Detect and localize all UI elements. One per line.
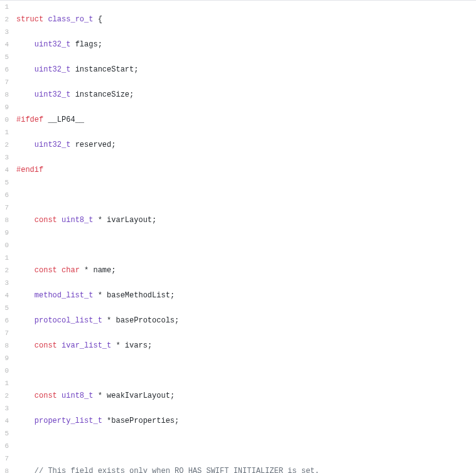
code-line[interactable] bbox=[16, 440, 476, 452]
code-line[interactable]: uint32_t instanceStart; bbox=[16, 63, 476, 76]
code-line[interactable]: #ifdef __LP64__ bbox=[16, 114, 476, 126]
line-number: 9 bbox=[0, 352, 9, 364]
line-number: 0 bbox=[0, 364, 9, 377]
line-number: 2 bbox=[0, 139, 9, 151]
code-line[interactable]: const uint8_t * ivarLayout; bbox=[16, 214, 476, 226]
line-number: 2 bbox=[0, 390, 9, 402]
code-line[interactable]: struct class_ro_t { bbox=[16, 13, 476, 26]
code-line[interactable]: const uint8_t * weakIvarLayout; bbox=[16, 390, 476, 402]
code-line[interactable]: uint32_t instanceSize; bbox=[16, 88, 476, 101]
line-number: 0 bbox=[0, 239, 9, 252]
line-number: 4 bbox=[0, 289, 9, 302]
line-number-gutter: 1 2 3 4 5 6 7 8 9 0 1 2 3 4 5 6 7 8 9 0 … bbox=[0, 1, 11, 473]
code-line[interactable]: method_list_t * baseMethodList; bbox=[16, 289, 476, 302]
code-line[interactable] bbox=[16, 239, 476, 252]
code-editor[interactable]: 1 2 3 4 5 6 7 8 9 0 1 2 3 4 5 6 7 8 9 0 … bbox=[0, 0, 476, 473]
line-number: 1 bbox=[0, 126, 9, 139]
code-line[interactable]: const ivar_list_t * ivars; bbox=[16, 339, 476, 352]
line-number: 6 bbox=[0, 314, 9, 327]
line-number: 2 bbox=[0, 13, 9, 26]
line-number: 4 bbox=[0, 38, 9, 51]
code-line[interactable]: #endif bbox=[16, 164, 476, 176]
line-number: 5 bbox=[0, 176, 9, 189]
code-line[interactable]: property_list_t *baseProperties; bbox=[16, 415, 476, 427]
line-number: 3 bbox=[0, 277, 9, 289]
line-number: 5 bbox=[0, 51, 9, 63]
line-number: 9 bbox=[0, 226, 9, 239]
line-number: 8 bbox=[0, 88, 9, 101]
code-line[interactable]: uint32_t flags; bbox=[16, 38, 476, 51]
line-number: 3 bbox=[0, 151, 9, 164]
line-number: 3 bbox=[0, 402, 9, 415]
line-number: 1 bbox=[0, 252, 9, 264]
line-number: 7 bbox=[0, 201, 9, 214]
code-line[interactable] bbox=[16, 189, 476, 201]
line-number: 9 bbox=[0, 101, 9, 114]
line-number: 2 bbox=[0, 264, 9, 277]
code-line[interactable]: const char * name; bbox=[16, 264, 476, 277]
line-number: 5 bbox=[0, 302, 9, 314]
code-content[interactable]: struct class_ro_t { uint32_t flags; uint… bbox=[11, 1, 476, 473]
code-line[interactable]: protocol_list_t * baseProtocols; bbox=[16, 314, 476, 327]
line-number: 7 bbox=[0, 327, 9, 339]
line-number: 6 bbox=[0, 189, 9, 201]
line-number: 7 bbox=[0, 76, 9, 88]
code-line[interactable] bbox=[16, 364, 476, 377]
line-number: 8 bbox=[0, 465, 9, 473]
line-number: 5 bbox=[0, 427, 9, 440]
code-line[interactable]: // This field exists only when RO_HAS_SW… bbox=[16, 465, 476, 473]
line-number: 8 bbox=[0, 214, 9, 226]
line-number: 3 bbox=[0, 26, 9, 38]
code-line[interactable]: uint32_t reserved; bbox=[16, 139, 476, 151]
line-number: 7 bbox=[0, 452, 9, 465]
line-number: 4 bbox=[0, 415, 9, 427]
line-number: 8 bbox=[0, 339, 9, 352]
line-number: 0 bbox=[0, 114, 9, 126]
line-number: 4 bbox=[0, 164, 9, 176]
line-number: 1 bbox=[0, 377, 9, 390]
line-number: 1 bbox=[0, 1, 9, 13]
line-number: 6 bbox=[0, 63, 9, 76]
line-number: 6 bbox=[0, 440, 9, 452]
